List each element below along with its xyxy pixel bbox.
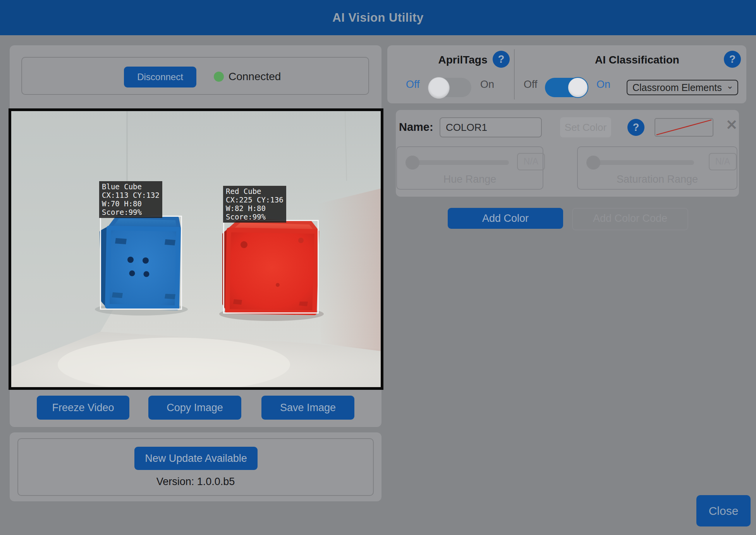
freeze-video-button[interactable]: Freeze Video [37,396,129,420]
ai-vision-utility-window: AI Vision Utility Disconnect Connected F… [0,0,756,535]
connection-status-dot [214,72,224,82]
update-panel: New Update Available Version: 1.0.0.b5 [10,432,381,501]
new-update-button[interactable]: New Update Available [134,447,258,470]
page-title: AI Vision Utility [0,0,756,35]
saturation-slider-track[interactable] [593,160,694,165]
ai-classification-on-label: On [596,79,610,91]
detection-score: Score:99% [102,208,160,216]
disconnect-button[interactable]: Disconnect [124,67,196,87]
camera-scene-image [11,111,381,387]
ai-classification-title: AI Classification [562,54,713,66]
apriltags-toggle[interactable] [429,78,471,97]
color-swatch [655,118,713,137]
connection-status-text: Connected [229,70,281,83]
hue-slider-knob[interactable] [405,156,419,170]
chevron-down-icon: ⌄ [727,81,734,91]
classification-dataset-select[interactable]: Classroom Elements ⌄ [627,80,738,95]
saturation-value-box: N/A [709,153,737,170]
red-cube-bounding-box [223,220,319,314]
color-config-panel: Name: Set Color ? ✕ N/A Hue Range N/A Sa… [396,110,739,197]
set-color-help-icon[interactable]: ? [627,119,644,136]
camera-feed: Blue Cube CX:113 CY:132 W:70 H:80 Score:… [11,111,381,387]
version-text: Version: 1.0.0.b5 [18,476,373,488]
close-button[interactable]: Close [696,495,751,526]
ai-classification-help-icon[interactable]: ? [724,51,741,68]
apriltags-help-icon[interactable]: ? [493,51,510,68]
blue-cube-detection-label: Blue Cube CX:113 CY:132 W:70 H:80 Score:… [99,181,162,218]
copy-image-button[interactable]: Copy Image [148,396,241,420]
detection-name: Red Cube [226,187,284,195]
camera-view: Blue Cube CX:113 CY:132 W:70 H:80 Score:… [9,108,383,390]
ai-classification-toggle[interactable] [545,78,588,97]
remove-color-icon[interactable]: ✕ [726,117,737,133]
saturation-range-group: N/A Saturation Range [577,146,737,190]
detection-score: Score:99% [226,213,284,221]
hue-slider-track[interactable] [412,160,509,165]
save-image-button[interactable]: Save Image [261,396,354,420]
section-divider [514,49,515,99]
update-box: New Update Available Version: 1.0.0.b5 [17,438,374,496]
apriltags-on-label: On [480,79,494,91]
detection-size: W:70 H:80 [102,199,160,208]
toggle-knob [428,77,450,99]
hue-range-group: N/A Hue Range [396,146,543,190]
saturation-slider-knob[interactable] [586,156,600,170]
color-name-label: Name: [399,121,433,134]
ai-classification-off-label: Off [524,79,538,91]
hue-range-label: Hue Range [397,173,543,185]
saturation-range-label: Saturation Range [578,173,737,185]
hue-value-box: N/A [517,153,545,170]
add-color-code-button[interactable]: Add Color Code [572,208,688,230]
detection-size: W:82 H:80 [226,204,284,213]
detection-position: CX:225 CY:136 [226,195,284,204]
detection-position: CX:113 CY:132 [102,191,160,199]
red-cube-detection-label: Red Cube CX:225 CY:136 W:82 H:80 Score:9… [223,186,286,223]
detection-modes-panel: AprilTags ? Off On AI Classification ? O… [387,45,746,103]
connection-box: Disconnect Connected [21,57,369,95]
set-color-button[interactable]: Set Color [560,117,611,137]
app-header: AI Vision Utility [0,0,756,35]
apriltags-off-label: Off [406,79,420,91]
add-color-button[interactable]: Add Color [448,208,563,229]
toggle-knob [567,77,588,98]
detection-name: Blue Cube [102,182,160,191]
blue-cube-bounding-box [100,216,182,310]
color-name-input[interactable] [440,117,542,137]
empty-swatch-slash-icon [655,119,713,136]
selected-dataset: Classroom Elements [632,82,722,93]
